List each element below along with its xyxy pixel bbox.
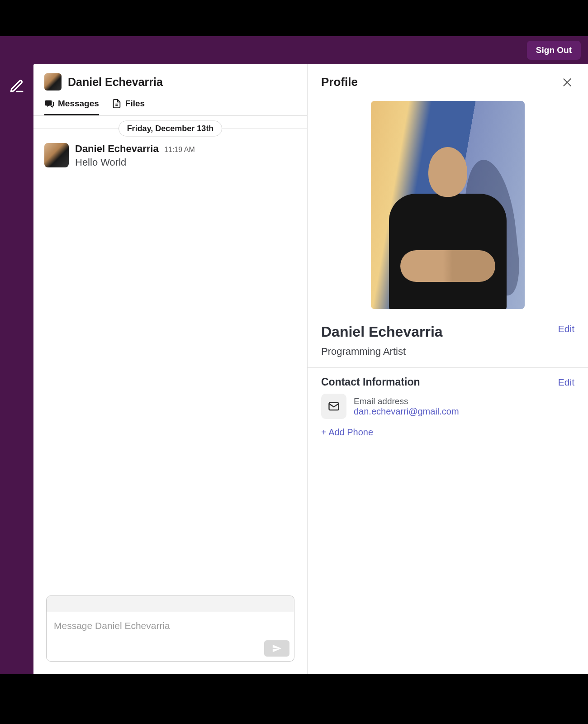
compose-button[interactable]	[9, 79, 24, 94]
date-divider: Friday, December 13th	[33, 121, 307, 136]
files-icon	[112, 99, 122, 109]
composer-actions	[47, 638, 294, 661]
app-root: Sign Out Daniel Echevarria	[0, 36, 588, 674]
workspace: Daniel Echevarria Messages	[0, 64, 588, 674]
profile-id-row: Daniel Echevarria Edit	[308, 317, 588, 342]
messages-icon	[44, 99, 54, 109]
composer-toolbar[interactable]	[47, 596, 294, 612]
close-profile-button[interactable]	[561, 76, 574, 89]
message-input[interactable]	[47, 612, 294, 636]
contact-heading: Contact Information	[321, 376, 420, 388]
message-list: Daniel Echevarria 11:19 AM Hello World	[33, 136, 307, 589]
email-value[interactable]: dan.echevarri@gmail.com	[354, 406, 459, 417]
profile-header: Profile	[308, 64, 588, 92]
profile-heading: Profile	[321, 75, 358, 89]
edit-contact-link[interactable]: Edit	[558, 377, 574, 388]
message-avatar[interactable]	[44, 143, 69, 167]
composer	[46, 595, 294, 662]
email-icon-box	[321, 394, 346, 419]
letterbox-top	[0, 0, 588, 36]
tab-files[interactable]: Files	[112, 99, 145, 115]
chat-header-avatar[interactable]	[44, 73, 62, 90]
send-button[interactable]	[264, 640, 289, 657]
profile-title: Programming Artist	[308, 342, 588, 367]
chat-title[interactable]: Daniel Echevarria	[68, 76, 163, 89]
edit-profile-link[interactable]: Edit	[558, 324, 574, 334]
compose-icon	[9, 79, 24, 94]
send-icon	[272, 643, 282, 653]
topbar: Sign Out	[0, 36, 588, 64]
tab-messages-label: Messages	[58, 99, 99, 109]
contact-section: Contact Information Edit Email address	[308, 368, 588, 445]
chat-tabs: Messages Files	[33, 95, 307, 116]
contact-email-row: Email address dan.echevarri@gmail.com	[321, 394, 574, 419]
letterbox-bottom	[0, 674, 588, 724]
tab-messages[interactable]: Messages	[44, 99, 99, 115]
message-text: Hello World	[75, 157, 195, 168]
divider-2	[308, 445, 588, 445]
date-pill[interactable]: Friday, December 13th	[119, 121, 223, 137]
email-icon	[327, 400, 340, 413]
photo-arms	[400, 250, 495, 282]
email-label: Email address	[354, 396, 459, 406]
chat-panel: Daniel Echevarria Messages	[33, 64, 308, 674]
composer-wrap	[33, 589, 307, 674]
profile-panel: Profile Daniel	[308, 64, 588, 674]
message-body: Daniel Echevarria 11:19 AM Hello World	[75, 143, 195, 168]
contact-email-text: Email address dan.echevarri@gmail.com	[354, 396, 459, 417]
tab-files-label: Files	[125, 99, 145, 109]
message-time: 11:19 AM	[164, 146, 195, 153]
main-panels: Daniel Echevarria Messages	[33, 64, 588, 674]
profile-photo[interactable]	[371, 101, 525, 309]
profile-photo-wrap	[308, 92, 588, 317]
side-rail	[0, 64, 33, 674]
photo-head	[428, 147, 467, 197]
sign-out-button[interactable]: Sign Out	[527, 41, 581, 60]
close-icon	[561, 76, 574, 89]
message-sender[interactable]: Daniel Echevarria	[75, 143, 159, 155]
profile-name: Daniel Echevarria	[321, 324, 443, 340]
message-item: Daniel Echevarria 11:19 AM Hello World	[44, 139, 296, 172]
add-phone-link[interactable]: + Add Phone	[321, 424, 574, 440]
contact-head: Contact Information Edit	[321, 376, 574, 388]
chat-header: Daniel Echevarria	[33, 64, 307, 95]
